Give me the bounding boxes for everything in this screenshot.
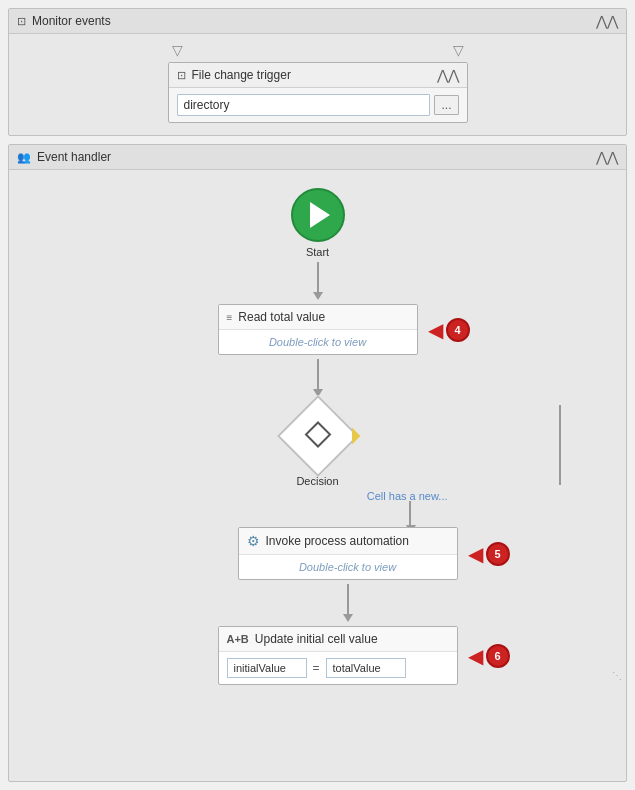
trigger-header: ⊡ File change trigger ⋀⋀ <box>169 63 467 88</box>
invoke-block-subtitle: Double-click to view <box>239 555 457 579</box>
invoke-icon: ⚙ <box>247 533 260 549</box>
read-block[interactable]: ≡ Read total value Double-click to view <box>218 304 418 355</box>
branch-vertical-line-2 <box>559 455 561 485</box>
red-arrow-6-icon: ◀ <box>468 646 483 666</box>
update-block[interactable]: A+B Update initial cell value initialVal… <box>218 626 458 685</box>
total-value-field[interactable]: totalValue <box>326 658 406 678</box>
connector-2 <box>317 359 319 389</box>
event-section: 👥 Event handler ⋀⋀ Start <box>8 144 627 782</box>
file-trigger-icon: ⊡ <box>177 69 186 82</box>
event-collapse-button[interactable]: ⋀⋀ <box>596 149 618 165</box>
aplusb-icon: A+B <box>227 633 249 645</box>
branch-label-wrapper: Cell has a new... <box>367 489 448 503</box>
update-block-title: Update initial cell value <box>255 632 449 646</box>
monitor-section: ⊡ Monitor events ⋀⋀ ▽ ▽ ⊡ File change tr… <box>8 8 627 136</box>
csv-icon: ≡ <box>227 312 233 323</box>
decision-diamond <box>276 395 358 477</box>
trigger-directory-field[interactable]: directory <box>177 94 431 116</box>
read-block-title: Read total value <box>238 310 408 324</box>
decision-container[interactable] <box>273 401 363 471</box>
annotation-6: ◀ 6 <box>468 644 510 668</box>
annotation-4: ◀ 4 <box>428 318 470 342</box>
badge-4: 4 <box>446 318 470 342</box>
initial-value-field[interactable]: initialValue <box>227 658 307 678</box>
monitor-section-title: Monitor events <box>32 14 111 28</box>
read-block-subtitle: Double-click to view <box>219 330 417 354</box>
branch-vertical-line <box>559 405 561 455</box>
invoke-block[interactable]: ⚙ Invoke process automation Double-click… <box>238 527 458 580</box>
event-section-header: 👥 Event handler ⋀⋀ <box>9 145 626 170</box>
event-section-title: Event handler <box>37 150 111 164</box>
connector-1 <box>317 262 319 292</box>
annotation-5: ◀ 5 <box>468 542 510 566</box>
arrow-down-left: ▽ <box>172 42 183 58</box>
connector-3 <box>347 584 349 614</box>
branch-label: Cell has a new... <box>367 490 448 502</box>
monitor-content: ▽ ▽ ⊡ File change trigger ⋀⋀ directory .… <box>9 34 626 135</box>
update-block-body: initialValue = totalValue <box>219 652 457 684</box>
invoke-block-title: Invoke process automation <box>266 534 449 548</box>
update-block-header: A+B Update initial cell value <box>219 627 457 652</box>
invoke-block-header: ⚙ Invoke process automation <box>239 528 457 555</box>
trigger-body: directory ... <box>169 88 467 122</box>
monitor-connector-row: ▽ ▽ <box>168 42 468 58</box>
monitor-collapse-button[interactable]: ⋀⋀ <box>596 13 618 29</box>
flow-area: Start ≡ Read total value Double-click to… <box>9 170 626 685</box>
read-block-header: ≡ Read total value <box>219 305 417 330</box>
red-arrow-4-icon: ◀ <box>428 320 443 340</box>
red-arrow-5-icon: ◀ <box>468 544 483 564</box>
badge-6: 6 <box>486 644 510 668</box>
branch-label-area: Cell has a new... <box>168 487 468 527</box>
badge-5: 5 <box>486 542 510 566</box>
start-node-wrapper: Start <box>291 188 345 258</box>
start-node[interactable] <box>291 188 345 242</box>
main-container: ⊡ Monitor events ⋀⋀ ▽ ▽ ⊡ File change tr… <box>0 0 635 790</box>
trigger-title: File change trigger <box>192 68 431 82</box>
arrow-down-right: ▽ <box>453 42 464 58</box>
start-label: Start <box>306 246 329 258</box>
equals-sign: = <box>313 661 320 675</box>
arrow-1 <box>313 292 323 300</box>
event-handler-icon: 👥 <box>17 151 31 164</box>
resize-handle[interactable]: ⋱ <box>612 670 622 681</box>
play-icon <box>310 202 330 228</box>
monitor-section-header: ⊡ Monitor events ⋀⋀ <box>9 9 626 34</box>
branch-right-line <box>409 501 411 527</box>
monitor-icon: ⊡ <box>17 15 26 28</box>
trigger-collapse-button[interactable]: ⋀⋀ <box>437 67 459 83</box>
trigger-dots-button[interactable]: ... <box>434 95 458 115</box>
trigger-block: ⊡ File change trigger ⋀⋀ directory ... <box>168 62 468 123</box>
arrow-3 <box>343 614 353 622</box>
